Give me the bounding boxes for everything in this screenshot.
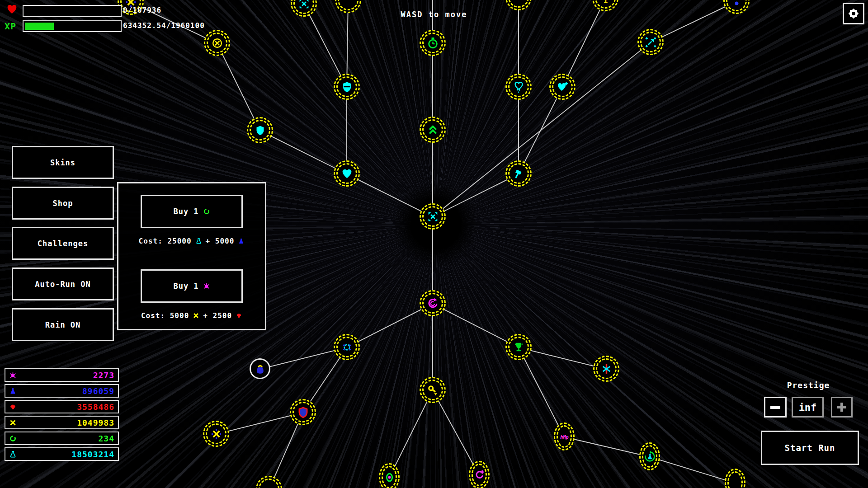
skill-node-hammer[interactable]: [505, 160, 532, 187]
dna-icon: [600, 363, 613, 375]
skill-node-loopplus[interactable]: [469, 461, 490, 488]
red-blob-icon: [9, 403, 17, 411]
game-stage: 1hMp 0/107936 XP 634352.54/1960100 WASD …: [0, 0, 868, 488]
menu-button-skins[interactable]: Skins: [12, 146, 114, 179]
bluedot-icon: [731, 0, 743, 7]
skill-node-t3[interactable]: [723, 0, 750, 14]
skill-node-hdrip[interactable]: [505, 74, 532, 100]
prestige-label: Prestige: [769, 380, 848, 390]
wrench-icon: [427, 384, 439, 396]
skill-node-t1[interactable]: [291, 0, 317, 17]
minus-icon: [770, 406, 780, 409]
cost-text: + 5000: [206, 237, 235, 245]
one-icon: 1: [599, 0, 612, 5]
buy-green-cost: Cost: 25000+ 5000: [118, 237, 265, 245]
menu-button-rain[interactable]: Rain ON: [12, 308, 114, 341]
currency-row-yellow-x: 1049983: [5, 416, 119, 429]
currency-value: 18503214: [71, 450, 114, 459]
skill-node-b2[interactable]: [256, 476, 282, 488]
skill-node-dna[interactable]: [593, 356, 619, 382]
skill-node-trophy[interactable]: [505, 334, 532, 360]
currency-row-magenta-spider: 2273: [5, 368, 119, 382]
skill-node-ringdot[interactable]: [379, 463, 400, 488]
prestige-plus-button[interactable]: [831, 397, 853, 418]
skill-node-clock[interactable]: [420, 30, 446, 56]
currency-row-blue-flask: 896059: [5, 384, 119, 398]
skill-node-recyc[interactable]: [639, 442, 660, 470]
buy-magenta-cost: Cost: 5000+ 2500: [118, 311, 265, 320]
skill-node-b1[interactable]: [725, 469, 745, 488]
expand-icon: [298, 0, 310, 10]
atom-icon: [341, 341, 353, 353]
skill-node-hplus[interactable]: [549, 74, 576, 100]
skill-node-t4[interactable]: [505, 0, 532, 10]
xp-bar: [23, 20, 122, 32]
cyan-flask-icon: [195, 238, 202, 244]
health-heart-icon: [6, 3, 18, 15]
skill-node-spiral[interactable]: [420, 290, 446, 316]
cost-text: Cost: 5000: [141, 311, 189, 320]
green-ring-icon: [203, 208, 210, 215]
ringdot-icon: [383, 471, 396, 483]
currency-row-green-ring: 234: [5, 432, 119, 445]
skill-node-xnode[interactable]: [203, 421, 229, 447]
skill-node-shieldS[interactable]: [247, 117, 273, 143]
skill-node-heart1[interactable]: [334, 160, 360, 187]
recyc-icon: [644, 450, 656, 463]
menu-button-challenges[interactable]: Challenges: [12, 227, 114, 260]
buy-button-label: Buy 1: [173, 282, 198, 291]
start-run-button[interactable]: Start Run: [761, 431, 859, 465]
currency-row-cyan-flask: 18503214: [5, 447, 119, 461]
menu-button-autorun[interactable]: Auto-Run ON: [12, 267, 114, 300]
bag-icon: [254, 363, 266, 375]
scatter-icon: [645, 36, 657, 48]
currency-row-red-blob: 3558486: [5, 400, 119, 413]
xp-bar-fill: [25, 23, 54, 30]
skill-node-t5[interactable]: 1: [592, 0, 618, 11]
gear-icon: [847, 7, 860, 20]
magenta-spider-icon: [203, 282, 210, 290]
blue-flask-icon: [238, 238, 245, 244]
loopplus-icon: [473, 469, 486, 481]
heartplus-icon: [557, 81, 569, 93]
health-value: 0/107936: [123, 6, 161, 14]
hammer-icon: [513, 168, 525, 180]
magenta-spider-icon: [9, 371, 17, 379]
skill-node-center[interactable]: [420, 203, 446, 230]
currency-value: 3558486: [77, 402, 114, 412]
currency-value: 234: [98, 434, 114, 443]
skill-node-scat[interactable]: [637, 29, 664, 55]
skill-node-chev[interactable]: [420, 117, 446, 143]
plus-icon: [836, 402, 847, 413]
cost-text: + 2500: [203, 311, 232, 320]
skill-node-t2[interactable]: [335, 0, 361, 13]
heart-icon: [341, 168, 353, 180]
red-blob-icon: [236, 312, 242, 319]
xp-value: 634352.54/1960100: [123, 21, 205, 30]
skill-node-shield1[interactable]: [334, 74, 360, 100]
menu-button-shop[interactable]: Shop: [12, 187, 114, 220]
settings-button[interactable]: [843, 3, 864, 24]
prestige-minus-button[interactable]: [764, 397, 787, 418]
xp-label: XP: [5, 21, 16, 32]
buy-button-label: Buy 1: [173, 207, 198, 216]
xdots-icon: [210, 428, 222, 440]
skill-node-imp[interactable]: hMp: [554, 422, 575, 450]
shieldred-icon: [297, 406, 309, 418]
skill-node-wrench[interactable]: [420, 377, 446, 403]
skill-node-bag[interactable]: [250, 358, 270, 379]
heartdrip-icon: [513, 81, 525, 93]
buy-green-button[interactable]: Buy 1: [141, 195, 243, 228]
imptext-icon: hMp: [558, 431, 571, 443]
prestige-count-display[interactable]: inf: [792, 397, 824, 418]
skill-node-rshield[interactable]: [290, 399, 316, 425]
skill-node-atom[interactable]: [334, 334, 360, 360]
shieldband-icon: [341, 81, 353, 93]
skill-node-o1[interactable]: [204, 30, 230, 56]
buy-magenta-button[interactable]: Buy 1: [141, 269, 243, 303]
wasd-hint: WASD to move: [362, 10, 506, 19]
currency-value: 2273: [93, 371, 114, 380]
shieldfill-icon: [254, 124, 266, 136]
otimes-icon: [211, 37, 223, 49]
health-bar: [23, 5, 122, 17]
